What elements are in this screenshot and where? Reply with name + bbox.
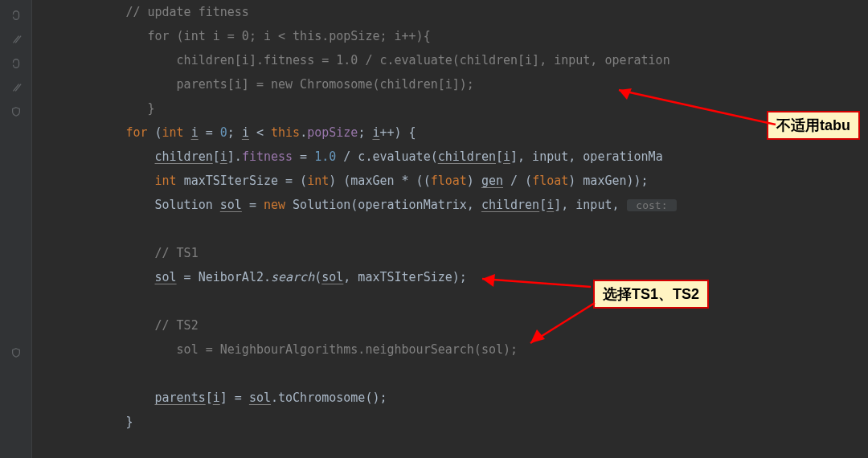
code-token: ] = — [220, 391, 249, 405]
code-token: < — [249, 125, 271, 140]
code-token: maxTSIterSize = ( — [184, 174, 308, 188]
loop-icon — [0, 51, 32, 76]
code-token: for — [125, 125, 154, 140]
code-token: int — [155, 174, 184, 188]
gutter-blank — [0, 196, 32, 220]
code-token: ; — [227, 125, 242, 140]
code-token: this — [271, 125, 300, 140]
annotation-arrow-ts1 — [466, 269, 603, 301]
gutter-blank — [0, 437, 32, 458]
code-token: float — [532, 174, 568, 188]
code-token: sol — [220, 198, 242, 212]
code-token: sol — [321, 270, 343, 284]
code-token: cost: — [627, 199, 678, 211]
code-line[interactable]: // TS2 — [32, 313, 868, 337]
code-token: [ — [206, 391, 213, 405]
code-token: popSize — [307, 125, 358, 140]
annotation-arrow-tabu — [595, 80, 788, 137]
code-token: sol — [249, 391, 271, 405]
code-token: // TS2 — [155, 318, 199, 333]
code-token: ++) { — [379, 125, 416, 140]
slash-icon — [0, 27, 32, 51]
code-token: = — [199, 125, 220, 140]
code-token: children — [155, 149, 213, 164]
code-line[interactable]: // TS1 — [32, 241, 868, 265]
gutter-blank — [0, 148, 32, 172]
shield-icon — [0, 100, 32, 124]
code-area[interactable]: // update fitness for (int i = 0; i < th… — [32, 0, 868, 458]
slash-icon — [0, 76, 32, 100]
svg-line-6 — [482, 279, 591, 287]
code-token: float — [431, 174, 467, 188]
code-token: ( — [155, 125, 162, 140]
gutter-blank — [0, 292, 32, 317]
code-token: for (int i = 0; i < this.popSize; i++){ — [147, 29, 430, 43]
code-line[interactable]: parents[i] = sol.toChromosome(); — [32, 386, 868, 410]
code-line[interactable]: sol = NeighbourAlgorithms.neighbourSearc… — [32, 337, 868, 362]
gutter-blank — [0, 244, 32, 268]
code-token: = — [242, 198, 264, 212]
code-line[interactable]: // update fitness — [32, 0, 868, 24]
svg-marker-5 — [619, 88, 632, 100]
code-token: ) — [467, 174, 481, 188]
code-token: int — [162, 125, 191, 140]
code-token: parents — [155, 391, 206, 405]
code-token: fitness — [242, 149, 293, 164]
gutter-blank — [0, 268, 32, 292]
code-line[interactable]: sol = NeiborAl2.search(sol, maxTSIterSiz… — [32, 265, 868, 289]
code-token: , maxTSIterSize); — [343, 270, 467, 284]
svg-line-4 — [619, 90, 776, 125]
svg-marker-7 — [482, 274, 495, 287]
shield-icon — [0, 341, 32, 365]
code-line[interactable]: children[i].fitness = 1.0 / c.evaluate(c… — [32, 145, 868, 169]
code-token: ], input, operationMa — [510, 149, 663, 164]
code-token: 0 — [220, 125, 227, 140]
gutter — [0, 0, 32, 458]
code-token: / c.evaluate( — [336, 149, 437, 164]
code-token: new — [264, 198, 293, 212]
code-token: children — [481, 198, 539, 212]
code-token: i — [191, 125, 199, 140]
code-token: search — [271, 270, 314, 284]
code-line[interactable]: children[i].fitness = 1.0 / c.evaluate(c… — [32, 48, 868, 72]
code-line[interactable] — [32, 217, 868, 241]
code-token: ]. — [227, 149, 242, 164]
code-token: ], input, — [554, 198, 626, 212]
code-token: .toChromosome(); — [271, 391, 387, 405]
code-token: ) maxGen)); — [568, 174, 648, 188]
code-token: sol = NeighbourAlgorithms.neighbourSearc… — [177, 342, 518, 357]
code-editor[interactable]: // update fitness for (int i = 0; i < th… — [0, 0, 868, 458]
code-token: int — [307, 174, 329, 188]
code-line[interactable]: for (int i = 0; i < this.popSize; i++){ — [32, 24, 868, 48]
code-token: children[i].fitness = 1.0 / c.evaluate(c… — [177, 53, 670, 67]
code-token: [ — [539, 198, 547, 212]
code-token: / ( — [503, 174, 532, 188]
code-token: // TS1 — [155, 246, 199, 260]
code-token: . — [300, 125, 307, 140]
code-token: i — [547, 198, 554, 212]
code-token: sol — [155, 270, 177, 284]
annotation-arrow-ts2 — [514, 299, 611, 355]
code-line[interactable]: Solution sol = new Solution(operationMat… — [32, 193, 868, 217]
gutter-blank — [0, 317, 32, 341]
gutter-blank — [0, 172, 32, 196]
loop-icon — [0, 3, 32, 27]
code-token: = NeiborAl2. — [177, 270, 271, 284]
code-line[interactable]: int maxTSIterSize = (int) (maxGen * ((fl… — [32, 169, 868, 193]
code-token: children — [438, 149, 496, 164]
code-token: ( — [314, 270, 321, 284]
code-token: [ — [213, 149, 220, 164]
code-line[interactable] — [32, 289, 868, 313]
code-token: i — [503, 149, 510, 164]
code-line[interactable]: } — [32, 410, 868, 434]
code-token: i — [242, 125, 249, 140]
code-token: ; — [358, 125, 372, 140]
gutter-blank — [0, 389, 32, 413]
gutter-blank — [0, 220, 32, 244]
code-token: Solution(operationMatrix, — [293, 198, 481, 212]
gutter-blank — [0, 365, 32, 389]
code-token: [ — [496, 149, 503, 164]
code-token: ) (maxGen * (( — [329, 174, 430, 188]
code-line[interactable] — [32, 362, 868, 386]
code-token: i — [220, 149, 227, 164]
